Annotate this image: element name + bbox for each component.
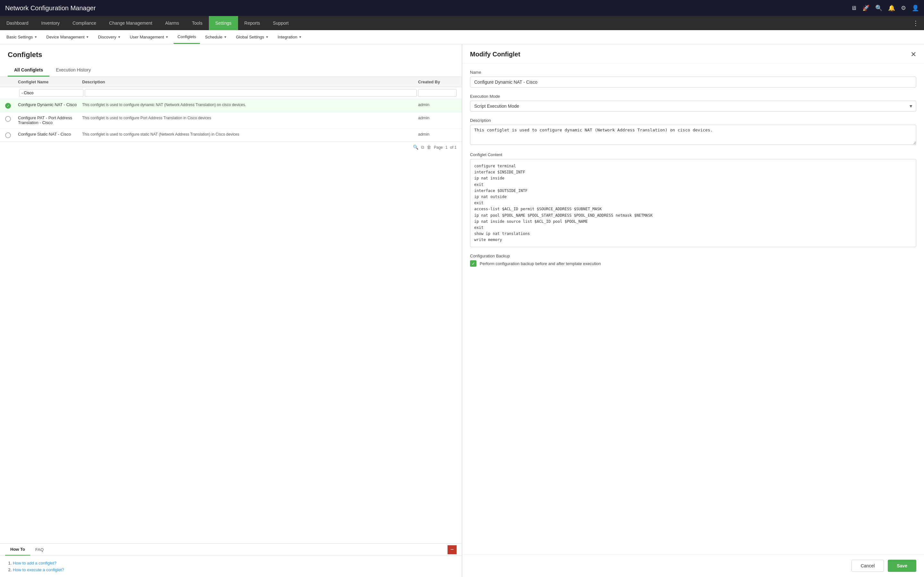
tab-all-configlets[interactable]: All Configlets [8,64,49,77]
chevron-global-settings: ▼ [265,35,268,39]
description-textarea[interactable]: This configlet is used to configure dyna… [470,125,916,145]
modal-title: Modify Configlet [470,51,520,58]
execution-mode-select[interactable]: Script Execution Mode [470,101,916,111]
bottom-panel: How To FAQ − How to add a configlet? How… [0,543,462,577]
table-row[interactable]: Configure PAT - Port Address Translation… [0,112,462,129]
chevron-user-management: ▼ [165,35,168,39]
bottom-content: How to add a configlet? How to execute a… [0,556,462,577]
nav-settings[interactable]: Settings [209,16,238,30]
execution-mode-wrapper: Script Execution Mode ▼ [470,101,916,111]
pagination-of: of 1 [450,145,457,150]
collapse-button[interactable]: − [447,545,457,554]
chevron-basic-settings: ▼ [34,35,37,39]
tab-how-to[interactable]: How To [5,544,30,556]
chevron-integration: ▼ [299,35,302,39]
cell-by-3: admin [418,132,457,137]
delete-table-icon[interactable]: 🗑 [427,145,431,150]
chevron-device-management: ▼ [86,35,89,39]
backup-label: Configuration Backup [470,253,916,258]
subnav-device-management[interactable]: Device Management ▼ [42,30,93,44]
filter-name-input[interactable] [19,89,83,97]
check-icon: ✓ [472,261,475,266]
howto-link-2[interactable]: How to execute a configlet? [13,567,64,572]
table-row[interactable]: Configure Dynamic NAT - Cisco This confi… [0,99,462,112]
chevron-discovery: ▼ [118,35,121,39]
cell-name-1: Configure Dynamic NAT - Cisco [18,102,82,107]
nav-tools[interactable]: Tools [186,16,209,30]
subnav-user-management[interactable]: User Management ▼ [126,30,172,44]
name-input[interactable] [470,77,916,87]
subnav-configlets[interactable]: Configlets [174,30,200,44]
cell-desc-3: This configlet is used to configure stat… [82,132,418,137]
modal-footer: Cancel Save [462,554,924,577]
gear-icon[interactable]: ⚙ [901,5,906,11]
cell-name-3: Configure Static NAT - Cisco [18,132,82,137]
nav-alarms[interactable]: Alarms [159,16,186,30]
col-description: Description [82,79,418,84]
user-icon[interactable]: 👤 [912,5,919,11]
left-panel: Configlets All Configlets Execution Hist… [0,44,462,577]
nav-more-icon[interactable]: ⋮ [907,16,924,30]
backup-checkbox-label: Perform configuration backup before and … [480,261,601,266]
tab-faq[interactable]: FAQ [30,544,49,555]
backup-checkbox-row: ✓ Perform configuration backup before an… [470,260,916,267]
nav-support[interactable]: Support [267,16,295,30]
subnav-global-settings[interactable]: Global Settings ▼ [232,30,272,44]
description-label: Description [470,118,916,123]
table-row[interactable]: Configure Static NAT - Cisco This config… [0,129,462,142]
nav-compliance[interactable]: Compliance [66,16,103,30]
pagination-label: Page [434,145,443,150]
tab-execution-history[interactable]: Execution History [49,64,97,77]
header-icons: 🖥 🚀 🔍 🔔 ⚙ 👤 [851,5,919,11]
execution-mode-label: Execution Mode [470,94,916,99]
bottom-tabs: How To FAQ − [0,544,462,556]
radio-row-1[interactable] [5,103,11,109]
howto-link-1[interactable]: How to add a configlet? [13,561,57,566]
cell-by-2: admin [418,115,457,120]
filter-created-input[interactable] [418,89,457,97]
subnav-basic-settings[interactable]: Basic Settings ▼ [3,30,41,44]
radio-row-2[interactable] [5,116,11,122]
modal-header: Modify Configlet ✕ [462,44,924,63]
cell-desc-1: This configlet is used to configure dyna… [82,102,418,108]
nav-inventory[interactable]: Inventory [35,16,66,30]
cell-desc-2: This configlet is used to configure Port… [82,115,418,121]
backup-checkbox[interactable]: ✓ [470,260,477,267]
nav-bar: Dashboard Inventory Compliance Change Ma… [0,16,924,30]
cancel-button[interactable]: Cancel [851,560,884,572]
filter-desc-input[interactable] [85,89,417,97]
backup-group: Configuration Backup ✓ Perform configura… [470,253,916,267]
radio-row-3[interactable] [5,132,11,138]
bell-icon[interactable]: 🔔 [888,5,895,11]
col-created-by: Created By [418,79,457,84]
content-area[interactable]: configure terminalinterface $INSIDE_INTF… [470,159,916,247]
close-modal-button[interactable]: ✕ [911,51,916,58]
copy-table-icon[interactable]: ⧉ [421,145,424,150]
subnav-schedule[interactable]: Schedule ▼ [201,30,231,44]
nav-dashboard[interactable]: Dashboard [0,16,35,30]
top-header: Network Configuration Manager 🖥 🚀 🔍 🔔 ⚙ … [0,0,924,16]
subnav-integration[interactable]: Integration ▼ [274,30,305,44]
tabs-row: All Configlets Execution History [0,64,462,77]
rocket-icon[interactable]: 🚀 [863,5,869,11]
name-group: Name [470,70,916,87]
configlets-title: Configlets [0,44,462,64]
nav-change-management[interactable]: Change Management [103,16,159,30]
search-table-icon[interactable]: 🔍 [413,145,418,150]
execution-mode-group: Execution Mode Script Execution Mode ▼ [470,94,916,111]
monitor-icon[interactable]: 🖥 [851,5,857,11]
configlets-table: Configlet Name Description Created By Co… [0,77,462,543]
pagination-row: 🔍 ⧉ 🗑 Page 1 of 1 [0,142,462,153]
nav-reports[interactable]: Reports [238,16,267,30]
chevron-schedule: ▼ [224,35,227,39]
app-title: Network Configuration Manager [5,5,95,12]
description-group: Description This configlet is used to co… [470,118,916,146]
pagination-current: 1 [445,145,447,150]
cell-by-1: admin [418,102,457,107]
col-configlet-name: Configlet Name [18,79,82,84]
subnav-discovery[interactable]: Discovery ▼ [94,30,124,44]
modal-body: Name Execution Mode Script Execution Mod… [462,63,924,554]
search-icon[interactable]: 🔍 [875,5,882,11]
main-content: Configlets All Configlets Execution Hist… [0,44,924,577]
save-button[interactable]: Save [888,560,916,572]
